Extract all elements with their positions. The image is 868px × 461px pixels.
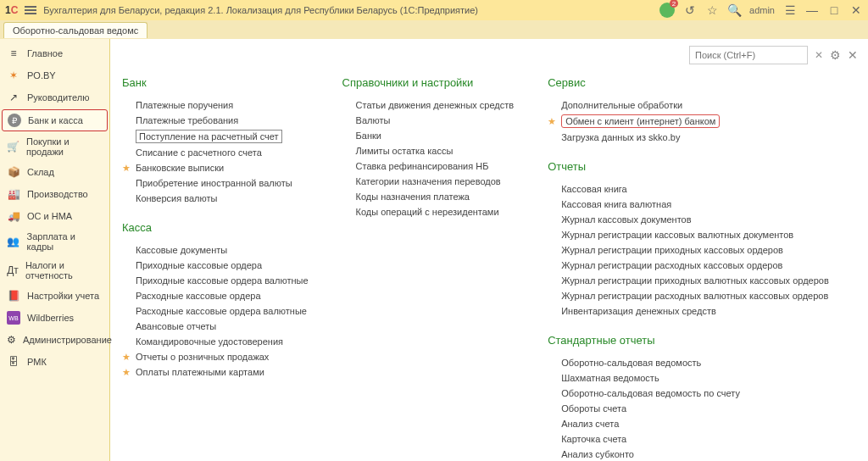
clear-search-icon[interactable]: ✕ [815,49,823,61]
menu-link[interactable]: Оборотно-сальдовая ведомость по счету [561,388,740,398]
list-item: Анализ счета [548,416,829,431]
menu-link[interactable]: Обмен с клиент (интернет) банком [561,114,720,128]
menu-link[interactable]: Оплаты платежными картами [136,367,264,377]
menu-link[interactable]: Платежные требования [136,115,238,125]
search-input[interactable] [689,46,808,64]
menu-link[interactable]: Загрузка данных из skko.by [561,132,680,142]
sidebar-item-7[interactable]: 🚚ОС и НМА [0,205,109,227]
sidebar-item-13[interactable]: 🗄РМК [0,351,109,373]
menu-link[interactable]: Командировочные удостоверения [136,336,283,347]
menu-link[interactable]: Приобретение иностранной валюты [136,178,292,188]
list-item: Дополнительные обработки [548,97,829,113]
menu-link[interactable]: Категории назначения переводов [356,176,501,186]
menu-link[interactable]: Банки [356,131,381,141]
minimize-icon[interactable]: — [805,3,819,17]
close-icon[interactable]: ✕ [849,3,863,17]
menu-link[interactable]: Журнал регистрации расходных кассовых ор… [561,260,782,270]
menu-link[interactable]: Приходные кассовые ордера [136,260,262,270]
sidebar-item-12[interactable]: ⚙Администрирование [0,329,109,351]
menu-link[interactable]: Приходные кассовые ордера валютные [136,275,309,286]
menu-link[interactable]: Дополнительные обработки [561,100,682,110]
column-service-reports: Сервис Дополнительные обработки★Обмен с … [548,76,829,461]
sidebar-item-label: Настройки учета [27,291,99,301]
menu-link[interactable]: Конверсия валюты [136,193,217,203]
sidebar-item-5[interactable]: 📦Склад [0,161,109,183]
sidebar-item-2[interactable]: ↗Руководителю [0,86,109,108]
sidebar-item-label: Склад [27,167,54,177]
menu-link[interactable]: Списание с расчетного счета [136,147,262,158]
notification-icon[interactable] [659,3,675,18]
list-item: Журнал регистрации приходных кассовых ор… [548,242,829,258]
sidebar-item-1[interactable]: ✶PO.BY [0,64,109,86]
sidebar: ≡Главное✶PO.BY↗Руководителю₽Банк и касса… [0,39,110,461]
sidebar-item-4[interactable]: 🛒Покупки и продажи [0,132,109,161]
menu-link[interactable]: Кассовые документы [136,245,227,255]
list-item: Коды операций с нерезидентами [342,204,515,219]
menu-link[interactable]: Оборотно-сальдовая ведомость [561,358,701,368]
sidebar-icon: 🏭 [7,187,20,201]
sidebar-item-9[interactable]: ДтНалоги и отчетность [0,256,109,285]
sidebar-item-0[interactable]: ≡Главное [0,42,109,64]
column-sprav: Справочники и настройки Статьи движения … [342,76,515,461]
sidebar-item-11[interactable]: WBWildberries [0,307,109,329]
menu-link[interactable]: Расходные кассовые ордера валютные [136,306,307,316]
menu-link[interactable]: Расходные кассовые ордера [136,291,261,301]
menu-link[interactable]: Поступление на расчетный счет [136,130,282,143]
list-item: Приходные кассовые ордера [122,258,309,273]
logo-1c: 1C [5,4,18,16]
menu-link[interactable]: Коды назначения платежа [356,192,470,202]
history-icon[interactable]: ↺ [683,3,697,17]
menu-link[interactable]: Шахматная ведомость [561,373,659,383]
sidebar-icon: Дт [7,264,19,277]
menu-link[interactable]: Журнал регистрации приходных кассовых ор… [561,245,783,255]
menu-link[interactable]: Обороты счета [561,403,626,414]
menu-link[interactable]: Журнал регистрации кассовых валютных док… [561,230,793,240]
sidebar-item-label: Руководителю [27,92,89,103]
menu-link[interactable]: Анализ субконто [561,449,634,459]
sidebar-item-label: Банк и касса [28,115,83,125]
menu-link[interactable]: Лимиты остатка кассы [356,146,453,156]
gear-icon[interactable]: ⚙ [830,48,841,62]
menu-link[interactable]: Журнал регистрации расходных валютных ка… [561,291,828,301]
menu-link[interactable]: Анализ счета [561,419,619,429]
section-bank-title: Банк [122,76,309,89]
sidebar-item-3[interactable]: ₽Банк и касса [2,109,108,131]
sidebar-icon: 🛒 [7,140,19,153]
section-service-title: Сервис [548,76,829,89]
tab-current[interactable]: Оборотно-сальдовая ведомс [3,22,147,38]
favorite-icon[interactable]: ☆ [705,3,719,17]
menu-link[interactable]: Статьи движения денежных средств [356,100,515,110]
menu-link[interactable]: Коды операций с нерезидентами [356,207,499,217]
menu-link[interactable]: Журнал кассовых документов [561,214,691,225]
sidebar-item-label: Главное [27,48,63,58]
star-icon: ★ [122,163,132,174]
menu-link[interactable]: Платежные поручения [136,100,233,110]
list-item: Кассовая книга [548,181,829,197]
section-kassa-title: Касса [122,221,309,234]
sidebar-item-label: Зарплата и кадры [27,231,103,252]
menu-link[interactable]: Ставка рефинансирования НБ [356,161,489,171]
menu-link[interactable]: Авансовые отчеты [136,321,216,331]
user-label[interactable]: admin [749,3,775,17]
filter-icon[interactable]: ☰ [783,3,797,17]
menu-link[interactable]: Кассовая книга [561,184,627,194]
sidebar-item-10[interactable]: 📕Настройки учета [0,285,109,307]
menu-link[interactable]: Карточка счета [561,434,626,444]
section-std-title: Стандартные отчеты [548,334,829,347]
maximize-icon[interactable]: □ [827,3,841,17]
menu-link[interactable]: Кассовая книга валютная [561,199,671,209]
search-icon[interactable]: 🔍 [727,3,741,17]
list-item: Ставка рефинансирования НБ [342,158,515,174]
sidebar-item-label: Администрирование [23,335,112,345]
sidebar-item-8[interactable]: 👥Зарплата и кадры [0,227,109,256]
menu-link[interactable]: Инвентаризация денежных средств [561,306,716,316]
sidebar-item-6[interactable]: 🏭Производство [0,183,109,205]
menu-link[interactable]: Валюты [356,115,391,125]
menu-link[interactable]: Журнал регистрации приходных валютных ка… [561,275,829,286]
menu-link[interactable]: Банковские выписки [136,163,224,173]
sidebar-icon: 📦 [7,165,20,179]
list-item: Списание с расчетного счета [122,145,309,160]
menu-link[interactable]: Отчеты о розничных продажах [136,352,269,362]
menu-icon[interactable] [25,4,36,16]
close-panel-icon[interactable]: ✕ [848,48,858,62]
